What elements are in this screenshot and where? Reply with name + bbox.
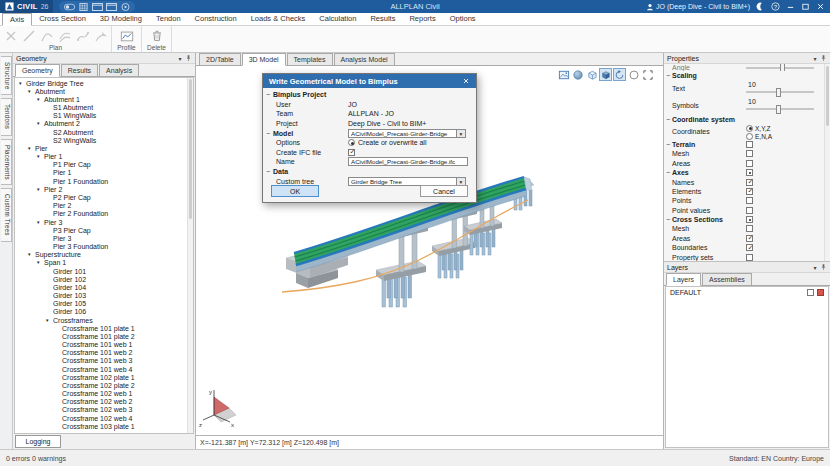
cube-shaded-icon[interactable] xyxy=(599,68,612,81)
tree-item-girder-101[interactable]: Girder 101 xyxy=(15,267,187,275)
radio-create-or-overwrite-all[interactable] xyxy=(348,139,355,146)
orbit-icon[interactable] xyxy=(613,68,626,81)
menu-calculation[interactable]: Calculation xyxy=(312,13,363,25)
menu-reports[interactable]: Reports xyxy=(402,13,442,25)
model-dropdown[interactable]: ACivilModel_Precast-Girder-Bridge▾ xyxy=(348,129,466,138)
shaded-sphere-icon[interactable] xyxy=(571,68,584,81)
tree-item-crossframe-101-plate-2[interactable]: Crossframe 101 plate 2 xyxy=(15,332,187,340)
tree-item-crossframe-102-plate-2[interactable]: Crossframe 102 plate 2 xyxy=(15,381,187,389)
expander-icon[interactable]: ▾ xyxy=(37,219,44,226)
side-tab-structure[interactable]: Structure xyxy=(1,56,12,95)
trash-icon[interactable] xyxy=(149,28,165,44)
plan-line-icon[interactable] xyxy=(21,28,37,44)
dialog-titlebar[interactable]: Write Geometrical Model to Bimplus xyxy=(263,74,476,88)
plan-edit-icon[interactable] xyxy=(93,28,109,44)
collapse-minus-icon[interactable]: − xyxy=(666,169,670,176)
pin-icon[interactable] xyxy=(819,263,827,272)
menu-3d-modeling[interactable]: 3D Modeling xyxy=(93,13,149,25)
expander-icon[interactable]: ▾ xyxy=(28,145,35,152)
window-icon[interactable] xyxy=(90,0,104,13)
tree-item-girder-105[interactable]: Girder 105 xyxy=(15,300,187,308)
menu-cross-section[interactable]: Cross Section xyxy=(32,13,93,25)
tree-item-s2-abutment[interactable]: S2 Abutment xyxy=(15,128,187,136)
slider-thumb[interactable] xyxy=(780,64,785,71)
user-account-button[interactable]: JO (Deep Dive - Civil to BIM+) xyxy=(646,3,750,11)
tree-item-pier-3[interactable]: ▾Pier 3 xyxy=(15,218,187,226)
expander-icon[interactable]: ▾ xyxy=(46,317,53,324)
window-icon[interactable] xyxy=(104,0,118,13)
create-ifc-file-checkbox[interactable] xyxy=(348,149,355,156)
tree-item-crossframe-101-web-3[interactable]: Crossframe 101 web 3 xyxy=(15,357,187,365)
expander-icon[interactable]: ▾ xyxy=(37,96,44,103)
layer-row-default[interactable]: DEFAULT xyxy=(666,287,828,298)
tree-item-pier-2[interactable]: Pier 2 xyxy=(15,202,187,210)
tree-item-pier-3[interactable]: Pier 3 xyxy=(15,234,187,242)
tab-templates[interactable]: Templates xyxy=(287,53,333,65)
plan-curves-icon[interactable] xyxy=(57,28,73,44)
collapse-minus-icon[interactable]: − xyxy=(266,91,273,98)
tree-item-s1-abutment[interactable]: S1 Abutment xyxy=(15,104,187,112)
tree-item-crossframe-101-plate-1[interactable]: Crossframe 101 plate 1 xyxy=(15,324,187,332)
tree-item-crossframe-103-plate-1[interactable]: Crossframe 103 plate 1 xyxy=(15,422,187,430)
grid-icon[interactable] xyxy=(76,0,90,13)
minimize-icon[interactable] xyxy=(783,0,798,13)
tab-analysis[interactable]: Analysis xyxy=(99,64,139,76)
expander-icon[interactable]: ▾ xyxy=(37,186,44,193)
tab-results[interactable]: Results xyxy=(61,64,98,76)
expander-icon[interactable]: ▾ xyxy=(28,88,35,95)
collapse-minus-icon[interactable]: − xyxy=(666,72,670,79)
expander-icon[interactable]: ▾ xyxy=(37,120,44,127)
help-icon[interactable]: ? xyxy=(768,0,783,13)
slider-thumb[interactable] xyxy=(776,105,781,114)
properties-scrollbar[interactable] xyxy=(824,64,830,261)
tree-item-span-1[interactable]: ▾Span 1 xyxy=(15,259,187,267)
tab-geometry[interactable]: Geometry xyxy=(15,64,60,77)
tree-item-pier-3-foundation[interactable]: Pier 3 Foundation xyxy=(15,242,187,250)
tree-item-abutment-1[interactable]: ▾Abutment 1 xyxy=(15,95,187,103)
profile-icon[interactable] xyxy=(119,28,135,44)
slider-thumb[interactable] xyxy=(776,88,781,97)
mesh-checkbox[interactable] xyxy=(746,225,753,232)
expander-icon[interactable]: ▾ xyxy=(19,80,26,87)
tab-analysis-model[interactable]: Analysis Model xyxy=(334,53,395,65)
tree-item-crossframe-101-web-1[interactable]: Crossframe 101 web 1 xyxy=(15,341,187,349)
tree-item-crossframe-102-web-3[interactable]: Crossframe 102 web 3 xyxy=(15,406,187,414)
tree-item-girder-104[interactable]: Girder 104 xyxy=(15,283,187,291)
tree-item-pier-2[interactable]: ▾Pier 2 xyxy=(15,185,187,193)
plan-delete-icon[interactable] xyxy=(3,28,19,44)
axes-checkbox[interactable] xyxy=(746,169,753,176)
tree-item-s2-wingwalls[interactable]: S2 WingWalls xyxy=(15,136,187,144)
slider-track[interactable] xyxy=(746,67,814,69)
radio-x-y-z[interactable] xyxy=(746,125,753,132)
side-tab-tendons[interactable]: Tendons xyxy=(1,98,12,135)
play-icon[interactable] xyxy=(118,0,132,13)
collapse-minus-icon[interactable]: − xyxy=(666,116,670,123)
mesh-checkbox[interactable] xyxy=(746,150,753,157)
circle-tool-icon[interactable] xyxy=(627,68,640,81)
cube-wire-icon[interactable] xyxy=(585,68,598,81)
tree-item-superstructure[interactable]: ▾Superstructure xyxy=(15,251,187,259)
image-export-icon[interactable] xyxy=(557,68,570,81)
cancel-button[interactable]: Cancel xyxy=(420,185,468,197)
layer-visibility-checkbox[interactable] xyxy=(807,289,814,296)
fullscreen-icon[interactable] xyxy=(641,68,654,81)
tree-item-p2-pier-cap[interactable]: P2 Pier Cap xyxy=(15,193,187,201)
point-values-checkbox[interactable] xyxy=(746,207,753,214)
tree-item-girder-bridge-tree[interactable]: ▾Girder Bridge Tree xyxy=(15,79,187,87)
expander-icon[interactable]: ▾ xyxy=(37,259,44,266)
name-input[interactable]: ACivilModel_Precast-Girder-Bridge.ifc xyxy=(348,157,468,166)
tree-item-pier[interactable]: ▾Pier xyxy=(15,144,187,152)
side-tab-placements[interactable]: Placements xyxy=(1,139,12,186)
pin-icon[interactable] xyxy=(819,54,827,63)
tree-item-abutment[interactable]: ▾Abutment xyxy=(15,87,187,95)
areas-checkbox[interactable] xyxy=(746,160,753,167)
tree-item-pier-2-foundation[interactable]: Pier 2 Foundation xyxy=(15,210,187,218)
radio-e-n-a[interactable] xyxy=(746,133,753,140)
tab-logging[interactable]: Logging xyxy=(15,435,61,448)
menu-axis[interactable]: Axis xyxy=(2,13,32,26)
properties-scrollbar-thumb[interactable] xyxy=(826,66,829,126)
slider-track[interactable] xyxy=(746,91,814,93)
menu-construction[interactable]: Construction xyxy=(188,13,244,25)
collapse-minus-icon[interactable]: − xyxy=(266,168,273,175)
areas-checkbox[interactable] xyxy=(746,235,753,242)
